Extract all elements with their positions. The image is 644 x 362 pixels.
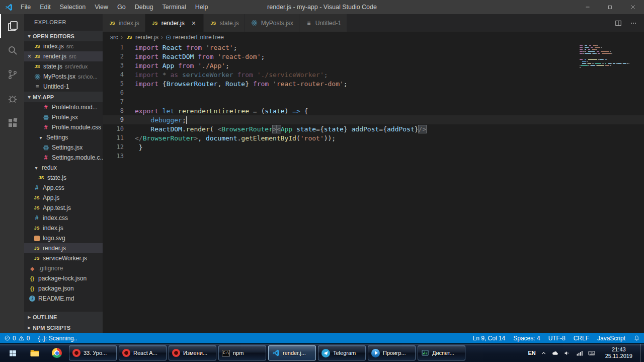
open-editors-header[interactable]: ▾ OPEN EDITORS (24, 31, 103, 41)
file-render-js[interactable]: JSrender.js (24, 243, 103, 253)
menu-file[interactable]: File (16, 0, 35, 14)
tab-state-js[interactable]: JSstate.js (204, 14, 245, 32)
open-editor-untitled-1[interactable]: ≡Untitled-1 (24, 82, 103, 92)
volume-icon[interactable] (564, 349, 571, 357)
code-line-4[interactable]: 4import * as serviceWorker from './servi… (103, 70, 644, 79)
code-line-11[interactable]: 11</BrowserRouter>, document.getElementB… (103, 133, 644, 142)
file-index-css[interactable]: #index.css (24, 213, 103, 223)
status-cursor-position[interactable]: Ln 9, Col 14 (469, 333, 510, 343)
outline-header[interactable]: ▸ OUTLINE (24, 312, 103, 322)
open-editor-state-js[interactable]: JSstate.jssrc\redux (24, 61, 103, 71)
tab-myposts-jsx[interactable]: MyPosts.jsx (245, 14, 299, 32)
menu-help[interactable]: Help (191, 0, 213, 14)
taskbar-npm-terminal-button[interactable]: C:\npm (218, 345, 266, 360)
breadcrumb-rerenderentiretree[interactable]: rerenderEntireTree (166, 34, 224, 41)
menu-view[interactable]: View (90, 0, 113, 14)
cloud-icon[interactable] (551, 349, 559, 357)
file-gitignore[interactable]: ◆.gitignore (24, 263, 103, 273)
project-header[interactable]: ▾ MY-APP (24, 92, 103, 102)
close-tab-icon[interactable]: × (190, 19, 198, 27)
tab-untitled-1[interactable]: ≡Untitled-1 (299, 14, 347, 32)
taskbar-video-edit-button[interactable]: Измени... (169, 345, 216, 360)
keyboard-icon[interactable] (588, 349, 596, 357)
activity-explorer-button[interactable] (0, 14, 24, 38)
activity-debug-button[interactable] (0, 87, 24, 111)
file-package-lock-json[interactable]: {}package-lock.json (24, 273, 103, 283)
language-indicator[interactable]: EN (528, 350, 535, 356)
file-settings-module-c[interactable]: #Settings.module.c... (24, 153, 103, 163)
menu-selection[interactable]: Selection (55, 0, 90, 14)
menu-debug[interactable]: Debug (130, 0, 158, 14)
menu-terminal[interactable]: Terminal (158, 0, 191, 14)
problems-indicator[interactable]: 00 (0, 333, 34, 343)
file-profile-module-css[interactable]: #Profile.module.css (24, 122, 103, 132)
code-line-5[interactable]: 5import {BrowserRouter, Route} from 'rea… (103, 79, 644, 88)
menu-go[interactable]: Go (113, 0, 130, 14)
file-index-js[interactable]: JSindex.js (24, 223, 103, 233)
folder-settings[interactable]: ▾Settings (24, 132, 103, 142)
show-desktop-button[interactable] (640, 344, 644, 362)
file-profile-jsx[interactable]: Profile.jsx (24, 112, 103, 122)
file-package-json[interactable]: {}package.json (24, 283, 103, 294)
chrome-button[interactable] (47, 345, 67, 361)
close-editor-icon[interactable]: × (26, 53, 33, 60)
taskbar-vscode-render-button[interactable]: render.j... (268, 345, 316, 360)
breadcrumb-render-js[interactable]: JSrender.js (125, 34, 158, 41)
clock[interactable]: 21:43 25.11.2019 (605, 346, 632, 359)
file-app-css[interactable]: #App.css (24, 183, 103, 193)
code-line-9[interactable]: 9 debugger; (103, 115, 644, 124)
start-button[interactable] (3, 345, 23, 361)
activity-extensions-button[interactable] (0, 111, 24, 135)
code-line-7[interactable]: 7 (103, 97, 644, 106)
file-state-js[interactable]: JSstate.js (24, 173, 103, 183)
taskbar-task-manager-button[interactable]: Диспет... (418, 345, 465, 360)
folder-redux[interactable]: ▾redux (24, 163, 103, 173)
split-editor-button[interactable] (615, 20, 622, 27)
activity-source-control-button[interactable] (0, 62, 24, 87)
taskbar-media-player-button[interactable]: Проигр... (368, 345, 416, 360)
code-line-10[interactable]: 10 ReactDOM.render( <BrowserRouter><App … (103, 124, 644, 133)
code-line-8[interactable]: 8export let rerenderEntireTree = (state)… (103, 106, 644, 115)
file-settings-jsx[interactable]: Settings.jsx (24, 142, 103, 153)
npm-scripts-header[interactable]: ▸ NPM SCRIPTS (24, 322, 103, 333)
status-language-mode[interactable]: JavaScript (593, 333, 629, 343)
taskbar-video-react-button[interactable]: React A... (119, 345, 167, 360)
code-line-1[interactable]: 1import React from 'react'; (103, 43, 644, 52)
network-icon[interactable] (576, 349, 583, 357)
status-encoding[interactable]: UTF-8 (544, 333, 570, 343)
open-editor-myposts-jsx[interactable]: MyPosts.jsxsrc\co... (24, 71, 103, 82)
taskbar-video-lesson-button[interactable]: 33. Уро... (69, 345, 117, 360)
scanning-status[interactable]: {..}: Scanning.. (34, 333, 81, 343)
activity-search-button[interactable] (0, 38, 24, 62)
minimap[interactable] (580, 44, 636, 70)
editor[interactable]: 1import React from 'react';2import React… (103, 43, 644, 333)
status-eol[interactable]: CRLF (570, 333, 593, 343)
file-app-test-js[interactable]: JSApp.test.js (24, 203, 103, 213)
minimize-button[interactable] (576, 0, 599, 14)
more-actions-button[interactable] (630, 20, 637, 27)
code-line-6[interactable]: 6 (103, 88, 644, 97)
open-editors-list: JSindex.jssrc×JSrender.jssrcJSstate.jssr… (24, 41, 103, 92)
open-editor-render-js[interactable]: ×JSrender.jssrc (24, 51, 103, 61)
file-readme-md[interactable]: iREADME.md (24, 294, 103, 304)
taskbar-telegram-button[interactable]: Telegram (318, 345, 366, 360)
file-explorer-button[interactable] (25, 345, 45, 361)
file-app-js[interactable]: JSApp.js (24, 193, 103, 203)
close-button[interactable] (621, 0, 644, 14)
status-indentation[interactable]: Spaces: 4 (509, 333, 544, 343)
maximize-button[interactable] (599, 0, 621, 14)
file-logo-svg[interactable]: logo.svg (24, 233, 103, 243)
file-serviceworker-js[interactable]: JSserviceWorker.js (24, 253, 103, 263)
code-line-2[interactable]: 2import ReactDOM from 'react-dom'; (103, 52, 644, 61)
code-line-12[interactable]: 12 } (103, 142, 644, 152)
tab-render-js[interactable]: JSrender.js× (145, 14, 204, 32)
code-line-3[interactable]: 3import App from './App'; (103, 61, 644, 70)
notifications-bell-button[interactable] (629, 333, 644, 343)
menu-edit[interactable]: Edit (35, 0, 55, 14)
open-editor-index-js[interactable]: JSindex.jssrc (24, 41, 103, 51)
code-line-13[interactable]: 13 (103, 152, 644, 161)
tray-overflow-chevron-icon[interactable] (540, 350, 547, 356)
file-profileinfo-mod[interactable]: #ProfileInfo.mod... (24, 102, 103, 112)
tab-index-js[interactable]: JSindex.js (103, 14, 145, 32)
breadcrumb-src[interactable]: src (110, 34, 118, 41)
